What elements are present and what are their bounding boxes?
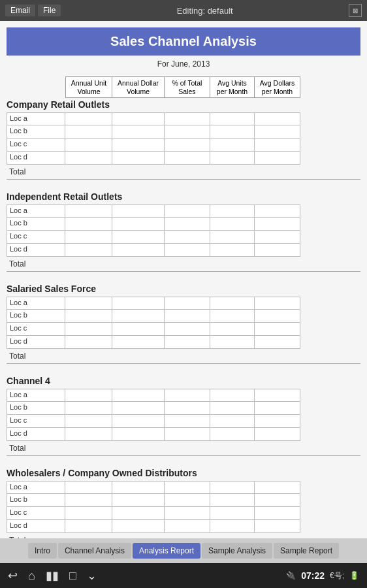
tab-channel-analysis[interactable]: Channel Analysis [58,543,131,559]
row-label[interactable]: Loc c [7,139,65,152]
data-cell[interactable] [210,204,255,218]
data-cell[interactable] [65,389,112,402]
data-cell[interactable] [165,389,210,402]
data-cell[interactable] [165,415,210,428]
data-cell[interactable] [210,494,255,507]
row-label[interactable]: Loc c [7,507,65,520]
data-cell[interactable] [255,494,300,507]
data-cell[interactable] [255,152,300,165]
data-cell[interactable] [210,520,255,533]
data-cell[interactable] [255,389,300,402]
data-cell[interactable] [65,428,112,441]
data-cell[interactable] [112,402,165,415]
data-cell[interactable] [112,139,165,152]
row-label[interactable]: Loc b [7,125,65,139]
data-cell[interactable] [65,204,112,218]
data-cell[interactable] [112,336,165,349]
data-cell[interactable] [255,415,300,428]
data-cell[interactable] [210,244,255,257]
data-cell[interactable] [255,231,300,244]
data-cell[interactable] [210,389,255,402]
data-cell[interactable] [165,402,210,415]
data-cell[interactable] [112,231,165,244]
data-cell[interactable] [255,125,300,139]
data-cell[interactable] [112,494,165,507]
data-cell[interactable] [165,125,210,139]
data-cell[interactable] [210,310,255,323]
data-cell[interactable] [210,323,255,336]
data-cell[interactable] [65,336,112,349]
data-cell[interactable] [112,481,165,494]
data-cell[interactable] [255,112,300,125]
data-cell[interactable] [65,218,112,231]
data-cell[interactable] [65,323,112,336]
row-label[interactable]: Loc d [7,520,65,533]
data-cell[interactable] [112,204,165,218]
data-cell[interactable] [210,218,255,231]
row-label[interactable]: Loc b [7,494,65,507]
data-cell[interactable] [210,139,255,152]
data-cell[interactable] [255,218,300,231]
data-cell[interactable] [65,310,112,323]
data-cell[interactable] [255,323,300,336]
data-cell[interactable] [65,244,112,257]
data-cell[interactable] [255,520,300,533]
data-cell[interactable] [210,507,255,520]
data-cell[interactable] [65,415,112,428]
data-cell[interactable] [165,336,210,349]
data-cell[interactable] [255,336,300,349]
data-cell[interactable] [255,507,300,520]
data-cell[interactable] [255,244,300,257]
data-cell[interactable] [112,244,165,257]
tab-sample-report[interactable]: Sample Report [274,543,339,559]
row-label[interactable]: Loc a [7,389,65,402]
expand-icon[interactable]: □ [69,569,76,583]
back-icon[interactable]: ↩ [8,568,18,583]
data-cell[interactable] [165,139,210,152]
row-label[interactable]: Loc b [7,310,65,323]
data-cell[interactable] [112,152,165,165]
data-cell[interactable] [210,402,255,415]
data-cell[interactable] [112,125,165,139]
data-cell[interactable] [165,323,210,336]
close-icon[interactable]: ⊠ [349,4,362,17]
data-cell[interactable] [112,389,165,402]
row-label[interactable]: Loc c [7,415,65,428]
data-cell[interactable] [165,481,210,494]
data-cell[interactable] [165,310,210,323]
row-label[interactable]: Loc a [7,112,65,125]
row-label[interactable]: Loc b [7,218,65,231]
recents-icon[interactable]: ▮▮ [46,568,59,583]
email-menu[interactable]: Email [5,5,35,16]
tab-intro[interactable]: Intro [28,543,57,559]
data-cell[interactable] [65,481,112,494]
data-cell[interactable] [165,152,210,165]
data-cell[interactable] [210,231,255,244]
data-cell[interactable] [112,310,165,323]
data-cell[interactable] [65,231,112,244]
data-cell[interactable] [165,297,210,310]
data-cell[interactable] [255,428,300,441]
data-cell[interactable] [210,112,255,125]
data-cell[interactable] [65,507,112,520]
data-cell[interactable] [165,244,210,257]
data-cell[interactable] [255,139,300,152]
data-cell[interactable] [165,112,210,125]
data-cell[interactable] [112,415,165,428]
row-label[interactable]: Loc d [7,428,65,441]
data-cell[interactable] [165,428,210,441]
data-cell[interactable] [165,218,210,231]
data-cell[interactable] [210,481,255,494]
row-label[interactable]: Loc d [7,244,65,257]
data-cell[interactable] [255,402,300,415]
data-cell[interactable] [210,152,255,165]
data-cell[interactable] [65,152,112,165]
row-label[interactable]: Loc d [7,152,65,165]
data-cell[interactable] [112,507,165,520]
data-cell[interactable] [65,139,112,152]
row-label[interactable]: Loc c [7,323,65,336]
data-cell[interactable] [210,415,255,428]
data-cell[interactable] [165,494,210,507]
data-cell[interactable] [165,507,210,520]
down-arrow-icon[interactable]: ⌄ [87,568,97,583]
